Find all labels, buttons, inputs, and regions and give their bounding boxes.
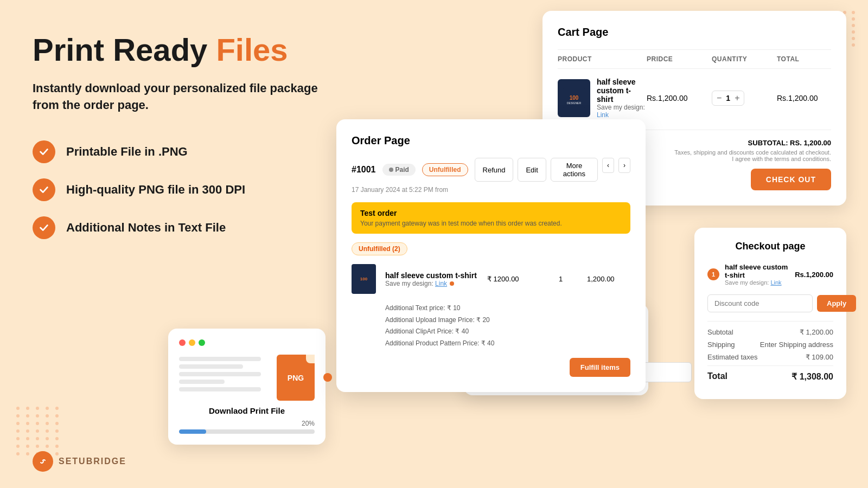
- checkout-item-details: half sleeve custom t-shirt Save my desig…: [725, 263, 789, 286]
- test-order-banner: Test order Your payment gateway was in t…: [352, 202, 630, 234]
- download-title: Downlaod Print File: [179, 406, 315, 415]
- order-item-info: half sleeve custom t-shirt Save my desig…: [385, 271, 481, 287]
- checkout-card: Checkout page 1 half sleeve custom t-shi…: [694, 228, 846, 399]
- cart-price: Rs.1,200.00: [647, 94, 712, 102]
- left-section: Print Ready Files Instantly download you…: [33, 33, 336, 239]
- discount-row: Apply: [707, 294, 833, 312]
- col-total: TOTAL: [777, 55, 831, 63]
- feature-item-3: Additional Notes in Text File: [33, 216, 336, 239]
- expand-dot: [199, 339, 205, 346]
- checkout-item-row: 1 half sleeve custom t-shirt Save my des…: [707, 263, 833, 286]
- png-label: PNG: [288, 374, 304, 382]
- apply-button[interactable]: Apply: [817, 295, 856, 312]
- order-item-qty: 1: [559, 275, 580, 283]
- svg-text:100: 100: [570, 95, 579, 101]
- order-card: Order Page #1001 Paid Unfulfilled Refund…: [336, 119, 646, 392]
- decorative-dots-bottom-left: (function(){ var d = document.querySelec…: [16, 407, 61, 455]
- col-quantity: QUANTITY: [712, 55, 777, 63]
- cart-title: Cart Page: [558, 26, 831, 38]
- checkout-button[interactable]: CHECK OUT: [751, 169, 831, 190]
- title-part1: Print Ready: [33, 32, 216, 67]
- order-item-total: 1,200.00: [587, 275, 630, 283]
- test-order-note: Your payment gateway was in test mode wh…: [360, 220, 622, 227]
- order-extra-prices: Additional Text price: ₹ 10 Additional U…: [352, 303, 630, 349]
- more-actions-button[interactable]: More actions: [551, 158, 598, 182]
- cart-product: 100 DESIGNER half sleeve custom t-shirt …: [558, 78, 647, 119]
- taxes-row: Estimated taxes ₹ 109.00: [707, 353, 833, 361]
- order-item-price: ₹ 1200.00: [487, 275, 552, 283]
- logo-area: SETUBRIDGE: [33, 451, 126, 472]
- fulfill-button[interactable]: Fulfill items: [570, 358, 630, 377]
- next-nav[interactable]: ›: [618, 158, 630, 173]
- feature-item-2: High-quality PNG file in 300 DPI: [33, 178, 336, 201]
- feature-text-1: Printable File in .PNG: [66, 145, 188, 159]
- order-item-name: half sleeve custom t-shirt: [385, 271, 481, 280]
- close-dot: [179, 339, 186, 346]
- progress-bar: [179, 429, 315, 434]
- order-number: #1001: [352, 165, 376, 175]
- cart-row: 100 DESIGNER half sleeve custom t-shirt …: [558, 78, 831, 119]
- product-info: half sleeve custom t-shirt Save my desig…: [597, 78, 647, 119]
- fulfill-section: Fulfill items: [352, 358, 630, 377]
- check-icon-1: [33, 140, 55, 163]
- cart-header: PRODUCT PRIDCE QUANTITY TOTAL: [558, 49, 831, 69]
- download-card: PNG Downlaod Print File 20%: [168, 329, 326, 445]
- col-price: PRIDCE: [647, 55, 712, 63]
- feature-item-1: Printable File in .PNG: [33, 140, 336, 163]
- logo-text: SETUBRIDGE: [59, 457, 126, 466]
- checkout-summary: Subtotal ₹ 1,200.00 Shipping Enter Shipp…: [707, 321, 833, 382]
- checkout-title: Checkout page: [707, 241, 833, 252]
- file-line-4: [179, 380, 225, 384]
- minimize-dot: [189, 339, 195, 346]
- checkout-item-link: Save my design: Link: [725, 279, 789, 286]
- order-item-image: 100: [352, 264, 376, 294]
- qty-increase[interactable]: +: [735, 93, 739, 103]
- order-item-row: 100 half sleeve custom t-shirt Save my d…: [352, 264, 630, 294]
- order-design-link[interactable]: Link: [435, 280, 447, 287]
- subtitle: Instantly download your personalized fil…: [33, 80, 336, 114]
- subtotal-row: Subtotal ₹ 1,200.00: [707, 328, 833, 336]
- progress-fill: [179, 429, 206, 434]
- window-controls: [179, 339, 315, 346]
- file-line-1: [179, 357, 261, 361]
- edit-button[interactable]: Edit: [518, 158, 546, 182]
- qty-value: 1: [726, 94, 730, 102]
- quantity-control: − 1 +: [712, 91, 744, 106]
- check-icon-3: [33, 216, 55, 239]
- feature-list: Printable File in .PNG High-quality PNG …: [33, 140, 336, 239]
- download-body: PNG: [179, 355, 315, 401]
- total-row: Total ₹ 1,308.00: [707, 365, 833, 382]
- product-image: 100 DESIGNER: [558, 79, 590, 117]
- checkout-item-number: 1: [707, 268, 719, 280]
- feature-text-3: Additional Notes in Text File: [66, 221, 226, 235]
- checkout-design-link[interactable]: Link: [770, 279, 781, 286]
- cart-total: Rs.1,200.00: [777, 94, 831, 102]
- order-date: 17 January 2024 at 5:22 PM from: [352, 186, 630, 194]
- design-link[interactable]: Link: [597, 111, 609, 119]
- prev-nav[interactable]: ‹: [602, 158, 614, 173]
- order-item-link: Save my design: Link: [385, 280, 481, 287]
- unfulfilled-badge: Unfulfilled: [422, 163, 468, 176]
- file-line-5: [179, 387, 261, 391]
- file-line-3: [179, 372, 261, 376]
- unfulfilled-count-badge: Unfulfilled (2): [352, 242, 407, 255]
- shipping-row: Shipping Enter Shipping address: [707, 341, 833, 349]
- qty-decrease[interactable]: −: [717, 93, 722, 103]
- file-lines: [179, 355, 270, 401]
- main-title: Print Ready Files: [33, 33, 336, 67]
- discount-input[interactable]: [707, 294, 813, 312]
- svg-text:DESIGNER: DESIGNER: [567, 101, 582, 105]
- file-line-2: [179, 364, 243, 369]
- order-title: Order Page: [352, 134, 630, 147]
- product-name: half sleeve custom t-shirt: [597, 78, 647, 104]
- checkout-item-name: half sleeve custom t-shirt: [725, 263, 789, 279]
- col-product: PRODUCT: [558, 55, 647, 63]
- feature-text-2: High-quality PNG file in 300 DPI: [66, 183, 245, 197]
- check-icon-2: [33, 178, 55, 201]
- refund-button[interactable]: Refund: [475, 158, 514, 182]
- checkout-item-price: Rs.1,200.00: [795, 271, 833, 279]
- progress-label: 20%: [179, 420, 315, 427]
- svg-text:100: 100: [360, 277, 368, 281]
- connector-dot: [323, 373, 332, 382]
- paid-badge: Paid: [382, 164, 416, 176]
